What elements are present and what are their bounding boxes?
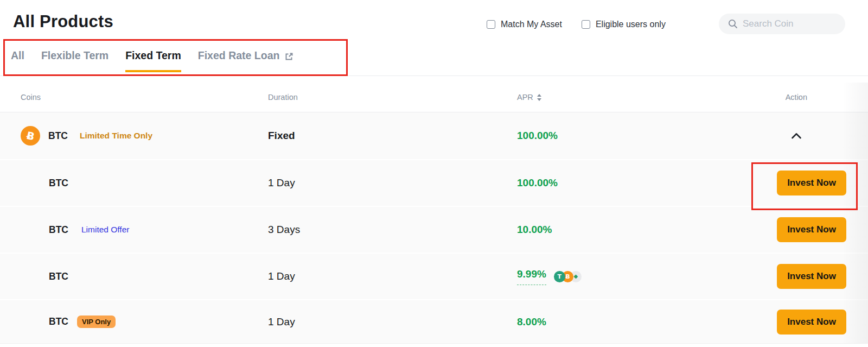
checkbox-icon[interactable]	[487, 20, 495, 29]
table-bottom-divider	[0, 343, 868, 344]
table-body: Ƀ BTC Limited Time Only Fixed 100.00% BT…	[0, 112, 868, 343]
table-header: Coins Duration APR Action	[0, 83, 868, 112]
filter-bar: Match My Asset Eligible users only	[487, 20, 666, 29]
table-row: BTC 1 Day 9.99% T Ƀ ◆ Invest Now	[0, 253, 868, 299]
tab-fixed-rate-loan[interactable]: Fixed Rate Loan	[198, 49, 295, 72]
coin-name: BTC	[49, 224, 68, 236]
table-row: BTC 1 Day 100.00% Invest Now	[0, 159, 868, 206]
apr-value-tooltip[interactable]: 9.99%	[517, 268, 546, 285]
coin-name: BTC	[49, 316, 68, 327]
vip-only-badge: VIP Only	[77, 316, 116, 328]
chevron-up-icon	[791, 133, 802, 139]
tab-flexible-term[interactable]: Flexible Term	[41, 49, 108, 72]
match-my-asset-checkbox[interactable]: Match My Asset	[487, 20, 562, 29]
apr-value: 100.00%	[517, 177, 558, 189]
header-duration: Duration	[268, 93, 298, 102]
tabs-divider	[0, 75, 868, 76]
eligible-users-label: Eligible users only	[596, 20, 666, 29]
invest-now-button[interactable]: Invest Now	[777, 171, 846, 195]
bitcoin-icon: Ƀ	[21, 126, 40, 146]
apr-value: 100.00%	[517, 130, 558, 142]
invest-now-button[interactable]: Invest Now	[777, 264, 846, 289]
table-row-btc-group[interactable]: Ƀ BTC Limited Time Only Fixed 100.00%	[0, 112, 868, 159]
search-icon	[728, 19, 738, 29]
search-input[interactable]	[743, 18, 835, 29]
duration-value: 3 Days	[268, 224, 300, 236]
product-tabs: All Flexible Term Fixed Term Fixed Rate …	[11, 49, 295, 72]
usdt-coin-icon: T	[554, 271, 565, 282]
table-row: BTC VIP Only 1 Day 8.00% Invest Now	[0, 299, 868, 343]
header-coins: Coins	[21, 93, 41, 102]
invest-now-button[interactable]: Invest Now	[777, 310, 846, 335]
header-apr-sort[interactable]: APR	[517, 93, 541, 102]
match-my-asset-label: Match My Asset	[501, 20, 562, 29]
eligible-users-checkbox[interactable]: Eligible users only	[582, 20, 666, 29]
collapse-toggle[interactable]	[720, 133, 868, 139]
table-row: BTC Limited Offer 3 Days 10.00% Invest N…	[0, 206, 868, 253]
coin-name: BTC	[49, 271, 68, 282]
search-box[interactable]	[719, 14, 845, 34]
duration-value: 1 Day	[268, 316, 295, 328]
earn-products-page: All Products Match My Asset Eligible use…	[0, 0, 868, 347]
external-link-icon	[284, 51, 295, 62]
duration-value: Fixed	[268, 130, 295, 142]
bonus-coin-icons: T Ƀ ◆	[554, 271, 582, 282]
invest-now-button[interactable]: Invest Now	[777, 217, 846, 242]
duration-value: 1 Day	[268, 177, 295, 189]
tab-all[interactable]: All	[11, 49, 24, 72]
page-title: All Products	[13, 12, 113, 31]
coin-name: BTC	[49, 178, 68, 189]
apr-value: 10.00%	[517, 224, 552, 236]
limited-offer-tag[interactable]: Limited Offer	[81, 225, 129, 235]
checkbox-icon[interactable]	[582, 20, 590, 29]
sort-icon[interactable]	[537, 94, 541, 101]
duration-value: 1 Day	[268, 270, 295, 282]
limited-time-tag: Limited Time Only	[80, 131, 152, 141]
tab-fixed-term[interactable]: Fixed Term	[125, 49, 181, 72]
apr-value: 8.00%	[517, 316, 546, 328]
coin-name: BTC	[48, 130, 68, 142]
header-action: Action	[786, 93, 807, 102]
